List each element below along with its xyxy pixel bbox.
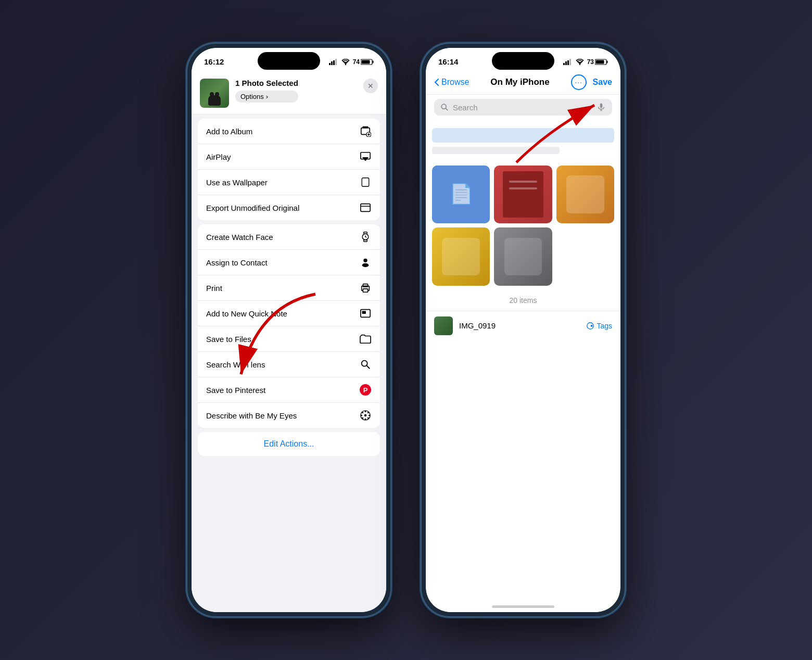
tag-icon xyxy=(586,322,594,330)
right-signal-icon xyxy=(563,59,573,65)
svg-point-59 xyxy=(591,325,593,326)
menu-item-quick-note[interactable]: Add to New Quick Note xyxy=(198,301,380,326)
more-options-button[interactable]: ··· xyxy=(571,74,587,90)
book-line-2 xyxy=(509,187,538,189)
svg-line-20 xyxy=(365,237,366,237)
left-time: 16:12 xyxy=(204,57,224,66)
file-name-label: IMG_0919 xyxy=(459,321,580,330)
signal-icon xyxy=(329,59,338,65)
svg-rect-46 xyxy=(569,59,571,65)
svg-point-47 xyxy=(579,64,580,65)
menu-item-pinterest[interactable]: Save to Pinterest P xyxy=(198,377,380,403)
export-icon xyxy=(359,202,372,213)
share-header-left: 1 Photo Selected Options › xyxy=(200,79,298,108)
bottom-file-item[interactable]: IMG_0919 Tags xyxy=(426,311,620,340)
svg-rect-6 xyxy=(373,60,374,63)
nav-back-button[interactable]: Browse xyxy=(434,78,469,87)
save-button[interactable]: Save xyxy=(593,78,612,87)
nav-title: On My iPhone xyxy=(490,77,549,87)
menu-item-contact[interactable]: Assign to Contact xyxy=(198,250,380,275)
right-battery: 73 xyxy=(587,58,608,66)
svg-point-4 xyxy=(345,64,346,65)
svg-point-23 xyxy=(363,259,367,262)
file-thumb-2[interactable] xyxy=(494,166,552,223)
right-dynamic-island xyxy=(492,52,554,70)
menu-list: Add to Album xyxy=(192,115,386,612)
eyes-icon xyxy=(359,410,372,421)
options-button[interactable]: Options › xyxy=(235,91,298,103)
right-time: 16:14 xyxy=(438,57,458,66)
svg-rect-22 xyxy=(364,240,367,242)
chevron-left-icon xyxy=(434,78,439,86)
svg-rect-21 xyxy=(364,232,367,234)
svg-point-24 xyxy=(362,263,369,267)
bottom-thumb-bg xyxy=(434,316,453,335)
search-bar[interactable]: Search xyxy=(434,99,612,116)
book-line-1 xyxy=(509,181,538,183)
menu-item-watch-face[interactable]: Create Watch Face xyxy=(198,224,380,250)
search-placeholder: Search xyxy=(453,103,592,112)
menu-item-save-files[interactable]: Save to Files xyxy=(198,326,380,352)
file-thumb-5-inner xyxy=(504,238,542,275)
svg-rect-44 xyxy=(565,61,567,65)
share-header-info: 1 Photo Selected Options › xyxy=(235,79,298,103)
files-count: 20 items xyxy=(426,290,620,311)
menu-item-print[interactable]: Print xyxy=(198,275,380,301)
svg-rect-45 xyxy=(567,60,569,65)
svg-rect-49 xyxy=(607,60,608,63)
file-thumb-4-inner xyxy=(442,238,479,275)
file-thumb-3[interactable] xyxy=(556,166,614,223)
share-sheet: 1 Photo Selected Options › ✕ xyxy=(192,70,386,612)
left-battery: 74 xyxy=(353,58,374,66)
svg-rect-53 xyxy=(600,104,603,108)
menu-item-wallpaper[interactable]: Use as Wallpaper xyxy=(198,170,380,195)
menu-section-1: Add to Album xyxy=(198,119,380,220)
print-icon xyxy=(359,282,372,294)
lens-icon xyxy=(359,359,372,370)
search-icon xyxy=(440,103,449,111)
close-button[interactable]: ✕ xyxy=(363,79,378,93)
file-thumb-4[interactable] xyxy=(432,227,490,285)
menu-item-search-lens[interactable]: Search With lens xyxy=(198,352,380,377)
svg-rect-3 xyxy=(335,59,337,65)
svg-rect-0 xyxy=(329,63,331,65)
svg-marker-14 xyxy=(363,158,367,161)
left-status-icons: 74 xyxy=(329,58,374,66)
contact-icon xyxy=(359,257,372,268)
edit-actions-btn[interactable]: Edit Actions... xyxy=(198,432,380,456)
svg-point-39 xyxy=(362,417,363,419)
share-header: 1 Photo Selected Options › ✕ xyxy=(192,70,386,115)
menu-item-airplay[interactable]: AirPlay xyxy=(198,144,380,170)
battery-icon-svg xyxy=(361,59,374,65)
menu-item-be-my-eyes[interactable]: Describe with Be My Eyes xyxy=(198,403,380,428)
svg-rect-1 xyxy=(331,61,333,65)
note-icon xyxy=(359,308,372,319)
share-title: 1 Photo Selected xyxy=(235,79,298,87)
svg-point-40 xyxy=(367,417,369,419)
file-thumb-1[interactable]: 📄 xyxy=(432,166,490,223)
left-phone: 16:12 74 xyxy=(187,44,390,616)
svg-rect-7 xyxy=(362,60,370,64)
right-home-bar xyxy=(492,605,554,608)
tags-label: Tags xyxy=(597,322,612,330)
blurred-bar-top xyxy=(432,128,614,143)
svg-point-51 xyxy=(441,104,446,109)
pinterest-icon: P xyxy=(359,384,372,396)
svg-rect-9 xyxy=(363,126,369,129)
svg-point-34 xyxy=(365,418,366,420)
svg-point-35 xyxy=(361,415,362,416)
nav-actions: ··· Save xyxy=(571,74,612,90)
share-thumbnail xyxy=(200,79,229,108)
right-status-icons: 73 xyxy=(563,58,608,66)
nav-back-label: Browse xyxy=(441,78,469,87)
add-album-icon xyxy=(359,125,372,137)
blurred-row-1 xyxy=(432,147,560,154)
file-thumb-5[interactable] xyxy=(494,227,552,285)
right-wifi-icon xyxy=(576,59,584,65)
svg-rect-15 xyxy=(362,178,369,187)
tags-button[interactable]: Tags xyxy=(586,322,612,330)
menu-item-add-to-album[interactable]: Add to Album xyxy=(198,119,380,144)
right-battery-svg xyxy=(595,59,608,65)
svg-rect-29 xyxy=(362,311,366,314)
menu-item-export[interactable]: Export Unmodified Original xyxy=(198,195,380,220)
